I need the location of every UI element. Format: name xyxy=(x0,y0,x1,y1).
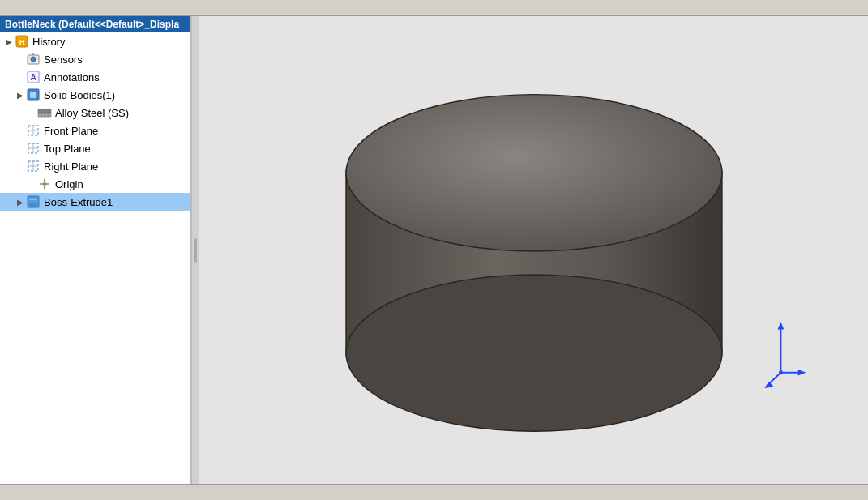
sidebar-item-label-history: History xyxy=(32,36,65,48)
svg-point-29 xyxy=(29,203,37,207)
viewport[interactable]: ⊕ xyxy=(199,16,868,484)
expand-arrow-front-plane: ▶ xyxy=(15,125,26,136)
svg-text:A: A xyxy=(30,73,36,82)
origin-icon xyxy=(37,177,52,191)
sidebar-item-label-top-plane: Top Plane xyxy=(44,143,91,155)
expand-arrow-sensors: ▶ xyxy=(15,53,26,65)
material-icon xyxy=(37,105,52,120)
svg-point-31 xyxy=(346,275,722,431)
expand-arrow-history[interactable]: ▶ xyxy=(3,36,15,47)
sidebar-item-alloy-steel[interactable]: ▶ Alloy Steel (SS) xyxy=(0,104,190,122)
sidebar-item-solid-bodies[interactable]: ▶ Solid Bodies(1) xyxy=(0,86,190,104)
sidebar-item-label-sensors: Sensors xyxy=(44,53,83,66)
svg-point-32 xyxy=(346,95,722,251)
sidebar-item-sensors[interactable]: ▶ Sensors xyxy=(0,50,190,68)
sensor-icon xyxy=(26,52,41,66)
sidebar-item-label-front-plane: Front Plane xyxy=(44,125,98,137)
sidebar-header: BottleNeck (Default<<Default>_Displa xyxy=(0,16,190,32)
sidebar-splitter[interactable] xyxy=(191,16,199,484)
sidebar-item-origin[interactable]: ▶ Origin xyxy=(0,175,190,193)
svg-text:⊕: ⊕ xyxy=(421,481,432,484)
sidebar-item-right-plane[interactable]: ▶ Right Plane xyxy=(0,157,190,175)
expand-arrow-top-plane: ▶ xyxy=(15,143,26,154)
plane-icon-front xyxy=(26,123,41,138)
sidebar-item-label-solid-bodies: Solid Bodies(1) xyxy=(44,89,115,101)
extrude-icon xyxy=(26,194,41,209)
svg-point-39 xyxy=(779,370,783,374)
sidebar-item-top-plane[interactable]: ▶ Top Plane xyxy=(0,139,190,157)
svg-point-25 xyxy=(43,182,46,186)
sidebar-item-label-alloy-steel: Alloy Steel (SS) xyxy=(55,107,129,119)
3d-model-view: ⊕ xyxy=(199,16,868,484)
top-bar xyxy=(0,0,868,16)
main-content: BottleNeck (Default<<Default>_Displa ▶ H… xyxy=(0,16,868,484)
svg-point-3 xyxy=(31,57,36,62)
expand-arrow-solid-bodies[interactable]: ▶ xyxy=(15,89,26,100)
plane-icon-right xyxy=(26,159,41,173)
plane-icon-top xyxy=(26,141,41,156)
annotation-icon: A xyxy=(26,70,41,84)
sidebar-item-label-annotations: Annotations xyxy=(44,71,100,83)
sidebar-item-label-origin: Origin xyxy=(55,178,83,190)
splitter-handle xyxy=(194,238,197,263)
expand-arrow-origin: ▶ xyxy=(26,178,37,190)
sidebar-item-label-right-plane: Right Plane xyxy=(44,160,98,173)
history-icon: H xyxy=(15,34,29,49)
svg-text:H: H xyxy=(19,38,25,46)
bottom-bar xyxy=(0,484,868,500)
expand-arrow-alloy-steel: ▶ xyxy=(26,107,37,118)
sidebar-item-front-plane[interactable]: ▶ Front Plane xyxy=(0,122,190,139)
solid-body-icon xyxy=(26,88,41,102)
sidebar: BottleNeck (Default<<Default>_Displa ▶ H… xyxy=(0,16,191,484)
expand-arrow-right-plane: ▶ xyxy=(15,160,26,172)
viewport-background: ⊕ xyxy=(199,16,868,484)
expand-arrow-boss-extrude1[interactable]: ▶ xyxy=(15,196,26,207)
sidebar-item-annotations[interactable]: ▶ A Annotations xyxy=(0,68,190,86)
sidebar-item-label-boss-extrude1: Boss-Extrude1 xyxy=(44,196,113,208)
sidebar-item-boss-extrude1[interactable]: ▶ Boss-Extrude1 xyxy=(0,193,190,211)
expand-arrow-annotations: ▶ xyxy=(15,71,26,83)
sidebar-item-history[interactable]: ▶ H History xyxy=(0,32,190,50)
svg-rect-8 xyxy=(30,92,36,98)
